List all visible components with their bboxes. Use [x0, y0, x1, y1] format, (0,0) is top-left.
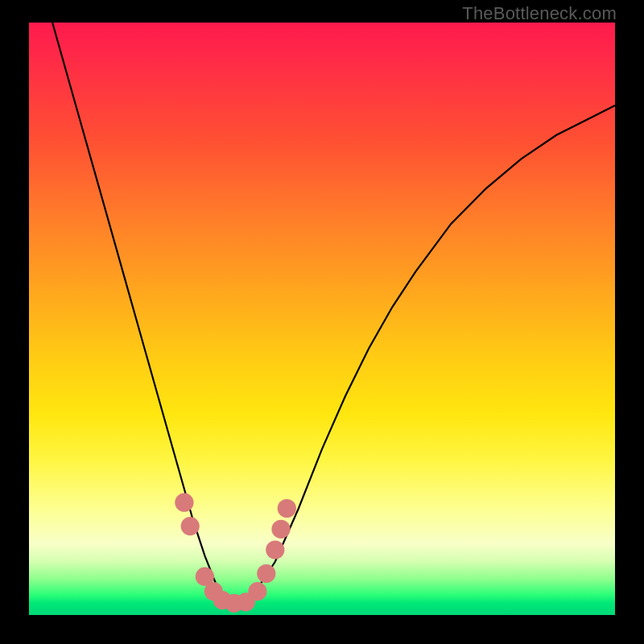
curve-marker [278, 499, 296, 518]
curve-marker [271, 520, 290, 539]
attribution-text: TheBottleneck.com [462, 3, 617, 24]
chart-frame: TheBottleneck.com [0, 0, 644, 644]
curve-markers [175, 493, 296, 613]
curve-marker [175, 493, 193, 512]
chart-svg [29, 23, 615, 615]
curve-marker [257, 564, 275, 583]
curve-marker [181, 517, 200, 535]
curve-marker [266, 540, 284, 559]
curve-marker [248, 582, 266, 601]
bottleneck-curve-line [52, 23, 615, 603]
